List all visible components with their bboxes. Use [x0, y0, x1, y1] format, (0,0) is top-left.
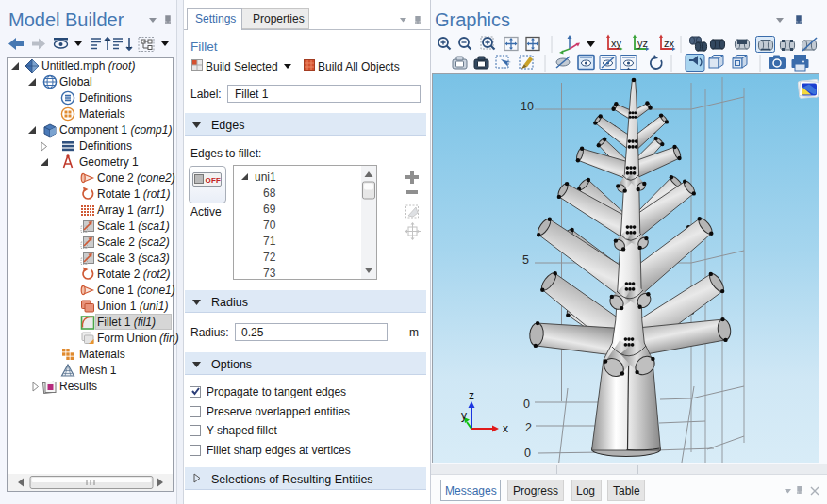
- svg-text:yz: yz: [637, 38, 648, 49]
- svg-text:2: 2: [525, 421, 532, 434]
- svg-text:y: y: [461, 409, 467, 422]
- svg-text:x: x: [503, 422, 508, 435]
- svg-text:0: 0: [523, 398, 530, 411]
- svg-text:z: z: [469, 389, 474, 402]
- svg-text:5: 5: [522, 253, 529, 267]
- svg-text:xy: xy: [611, 38, 622, 49]
- svg-text:0: 0: [524, 447, 531, 460]
- svg-text:10: 10: [521, 100, 534, 113]
- svg-text:zx: zx: [664, 38, 675, 49]
